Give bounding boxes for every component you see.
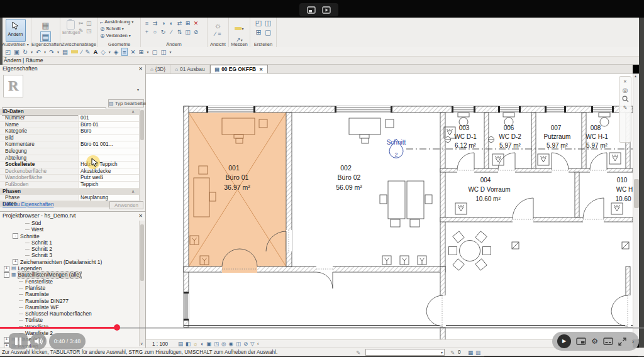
- property-row[interactable]: NameBüro 01: [0, 122, 141, 129]
- steering-wheel-icon[interactable]: ◎: [623, 87, 628, 94]
- section-header-phasen[interactable]: Phasen∧: [0, 189, 141, 195]
- sync-icon[interactable]: ↻: [23, 48, 28, 55]
- volume-button[interactable]: [30, 333, 47, 349]
- expander-icon[interactable]: -: [13, 233, 18, 239]
- property-row[interactable]: Abteilung: [0, 155, 141, 162]
- property-row[interactable]: DeckenoberflächeAkustikdecke: [0, 168, 141, 175]
- view-tab-ausbau[interactable]: ⌂01 Ausbau: [170, 65, 209, 74]
- sheet-icon[interactable]: ▢: [152, 48, 157, 55]
- tree-item[interactable]: West: [0, 226, 145, 233]
- chevron-down-icon[interactable]: ▾: [169, 50, 171, 54]
- property-row[interactable]: KommentareBüro 01 001...: [0, 141, 141, 148]
- tree-item[interactable]: Planliste: [0, 285, 145, 291]
- delete-icon[interactable]: ✕: [192, 20, 200, 29]
- more-controls-icon[interactable]: ›: [632, 338, 634, 345]
- undo-icon[interactable]: ↶: [36, 48, 41, 55]
- expander-icon[interactable]: +: [4, 266, 9, 272]
- split-icon[interactable]: ∕: [167, 29, 175, 38]
- tree-item[interactable]: Raumliste: [0, 291, 145, 297]
- shadows-icon[interactable]: ◐: [201, 341, 204, 347]
- group-label-properties[interactable]: Eigenschaften: [31, 41, 60, 47]
- edit-type-button[interactable]: ▤ Typ bearbeiten: [108, 99, 144, 107]
- pan-icon[interactable]: ✎: [623, 104, 628, 111]
- detail-level-icon[interactable]: ▤: [178, 341, 183, 347]
- create-assembly-icon[interactable]: ⊞: [254, 29, 264, 38]
- worksharing-display-icon[interactable]: ◫: [236, 341, 241, 347]
- ambient-mode-icon[interactable]: [307, 6, 316, 14]
- constraints-icon[interactable]: ⊘: [243, 341, 248, 347]
- property-row[interactable]: Belegung: [0, 148, 141, 155]
- unjoin-icon[interactable]: ⊘: [192, 29, 200, 38]
- pin-icon[interactable]: ◫: [184, 29, 192, 38]
- tree-item[interactable]: Süd: [0, 220, 145, 226]
- view-tab-3d[interactable]: ⌂{3D}: [146, 65, 170, 74]
- tree-item[interactable]: Türliste: [0, 317, 145, 323]
- type-selector-arrow-icon[interactable]: ▾: [137, 87, 139, 92]
- ruler-icon[interactable]: [235, 27, 242, 30]
- move-icon[interactable]: +: [143, 29, 151, 38]
- measure-icon[interactable]: [71, 50, 78, 53]
- section-icon[interactable]: ◈: [114, 48, 118, 55]
- match-type-icon[interactable]: ✎: [79, 28, 86, 35]
- user-interface-icon[interactable]: ◫: [160, 48, 166, 55]
- property-row[interactable]: FußbodenTeppich: [0, 182, 141, 189]
- detail-line-icon[interactable]: ∕: [81, 48, 82, 55]
- property-row[interactable]: WandoberflächePutz weiß: [0, 175, 141, 182]
- modify-button[interactable]: Ändern: [6, 19, 26, 42]
- chevron-down-icon[interactable]: ▾: [109, 50, 111, 54]
- type-image[interactable]: R: [3, 75, 23, 97]
- crop-view-icon[interactable]: ▣: [206, 341, 211, 347]
- paste-button[interactable]: Einfügen: [62, 18, 79, 35]
- exclude-options-icon[interactable]: ▥: [475, 349, 480, 356]
- sun-path-icon[interactable]: ☼: [193, 341, 198, 347]
- hide-category-icon[interactable]: ∕: [215, 31, 216, 37]
- paste-options-icon[interactable]: ◳: [86, 28, 94, 35]
- print-icon[interactable]: ▤: [62, 48, 68, 55]
- floor-plan[interactable]: Schnitt 2 001 Büro 01 36.97 m² 002 Büro …: [146, 74, 633, 340]
- copy-modify-icon[interactable]: ○: [151, 29, 159, 38]
- offset-icon[interactable]: ⇉: [151, 20, 159, 29]
- view-tab-eg-okffb[interactable]: ▤00 EG OKFFB✕: [210, 65, 269, 74]
- settings-gear-icon[interactable]: ⚙: [591, 337, 598, 346]
- save-icon[interactable]: ▣: [14, 48, 19, 55]
- chevron-down-icon[interactable]: ▾: [31, 50, 33, 54]
- chevron-down-icon[interactable]: ▾: [57, 50, 59, 54]
- switch-windows-icon[interactable]: ⊞: [139, 48, 144, 55]
- section-header-id[interactable]: ID-Daten∧: [0, 109, 141, 115]
- zoom-icon[interactable]: [622, 96, 629, 102]
- family-properties-icon[interactable]: ▦: [42, 21, 49, 30]
- workset-combo[interactable]: ▾: [365, 349, 445, 356]
- property-row-sockelleiste[interactable]: SockelleisteHolz für Teppich: [0, 162, 141, 168]
- miniplayer-top-icon[interactable]: [322, 6, 331, 14]
- project-browser-close-icon[interactable]: ✕: [138, 213, 143, 219]
- expander-icon[interactable]: -: [4, 272, 9, 278]
- worksets-icon[interactable]: ✎: [356, 349, 360, 356]
- cut-geometry-button[interactable]: ⊘Schnitt▾: [100, 25, 138, 32]
- join-geometry-button[interactable]: ⊕Verbinden▾: [100, 32, 138, 39]
- play-button[interactable]: ▶: [557, 334, 571, 348]
- rotate-icon[interactable]: ↻: [159, 29, 167, 38]
- temporary-hide-icon[interactable]: ◎: [221, 341, 226, 347]
- text-icon[interactable]: A: [93, 48, 97, 55]
- miniplayer-icon[interactable]: [576, 338, 586, 345]
- create-similar-icon[interactable]: ◫: [264, 19, 273, 29]
- override-graphics-icon[interactable]: ≡: [218, 31, 221, 37]
- cut-icon[interactable]: ✂: [79, 20, 86, 28]
- pin-icon[interactable]: ∧: [131, 109, 135, 115]
- navbar-gear-icon[interactable]: ✕: [623, 78, 627, 85]
- apply-button[interactable]: Anwenden: [109, 201, 143, 209]
- redo-icon[interactable]: ↷: [49, 48, 54, 55]
- aligned-dimension-icon[interactable]: ✎: [86, 48, 91, 55]
- property-row[interactable]: Nummer001: [0, 115, 141, 122]
- swap-icon[interactable]: ⇄: [175, 20, 184, 29]
- tree-item[interactable]: Schnitt 2: [0, 246, 145, 252]
- visual-style-icon[interactable]: ◧: [186, 341, 191, 347]
- scroll-down-icon[interactable]: ∨: [140, 341, 143, 346]
- expander-icon[interactable]: +: [13, 259, 18, 265]
- fullscreen-icon[interactable]: [618, 338, 626, 346]
- chevron-down-icon[interactable]: ▾: [44, 50, 46, 54]
- align-icon[interactable]: ≡: [143, 20, 151, 29]
- create-group-icon[interactable]: ◰: [254, 19, 264, 29]
- properties-palette-icon[interactable]: ▤: [40, 31, 50, 42]
- chevron-down-icon[interactable]: ▾: [147, 50, 148, 54]
